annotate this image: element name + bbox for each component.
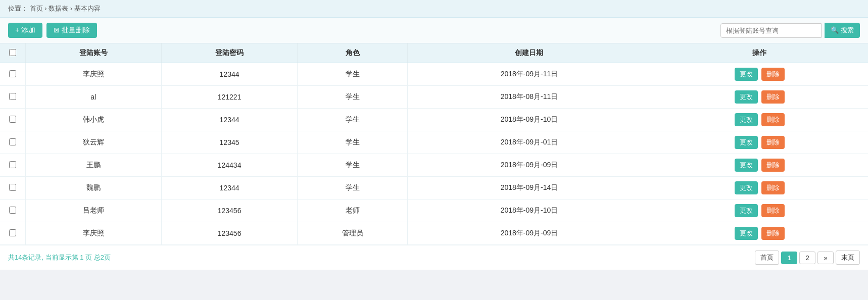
row-password: 12345 [161,131,297,154]
row-password: 12344 [161,63,297,86]
page-btn-4[interactable]: 末页 [836,251,860,265]
footer-info: 共14条记录, 当前显示第 1 页 总2页 [8,253,111,262]
row-checkbox-cell [0,109,25,131]
row-checkbox-5[interactable] [9,184,16,191]
edit-button-6[interactable]: 更改 [735,204,758,217]
delete-button-6[interactable]: 删除 [761,204,785,217]
row-account: 李庆照 [25,63,161,86]
row-account: 李庆照 [25,222,161,245]
table-container: 登陆账号 登陆密码 角色 创建日期 操作 李庆照 12344 学生 2018年-… [0,43,868,245]
row-actions: 更改 删除 [651,222,868,245]
row-checkbox-4[interactable] [9,161,16,168]
delete-button-4[interactable]: 删除 [761,159,785,172]
row-created: 2018年-09月-10日 [407,199,651,222]
breadcrumb: 位置： 首页 › 数据表 › 基本内容 [0,0,868,18]
row-checkbox-cell [0,177,25,199]
row-actions: 更改 删除 [651,177,868,199]
data-table: 登陆账号 登陆密码 角色 创建日期 操作 李庆照 12344 学生 2018年-… [0,43,868,245]
row-checkbox-6[interactable] [9,207,16,214]
row-account: 魏鹏 [25,177,161,199]
row-account: 韩小虎 [25,109,161,131]
pagination: 首页12»末页 [755,251,860,265]
edit-button-0[interactable]: 更改 [735,68,758,81]
breadcrumb-datatable[interactable]: 数据表 [49,5,68,12]
edit-button-5[interactable]: 更改 [735,181,758,194]
breadcrumb-current: 基本内容 [74,5,101,12]
row-checkbox-1[interactable] [9,93,16,100]
row-actions: 更改 删除 [651,199,868,222]
page-btn-0[interactable]: 首页 [755,251,779,265]
row-role: 老师 [298,199,408,222]
delete-button-7[interactable]: 删除 [761,227,785,240]
row-password: 123456 [161,222,297,245]
header-checkbox-cell [0,43,25,63]
row-created: 2018年-09月-14日 [407,177,651,199]
row-checkbox-cell [0,86,25,109]
row-checkbox-0[interactable] [9,70,16,77]
row-checkbox-cell [0,131,25,154]
row-password: 12344 [161,109,297,131]
delete-button-5[interactable]: 删除 [761,181,785,194]
row-checkbox-cell [0,199,25,222]
page-btn-1[interactable]: 1 [781,252,797,264]
row-created: 2018年-09月-01日 [407,131,651,154]
header-role: 角色 [298,43,408,63]
row-created: 2018年-09月-10日 [407,109,651,131]
delete-button-1[interactable]: 删除 [761,90,785,104]
add-button[interactable]: + 添加 [8,23,42,38]
row-actions: 更改 删除 [651,86,868,109]
row-checkbox-cell [0,154,25,177]
search-input[interactable] [720,23,822,38]
delete-button-0[interactable]: 删除 [761,68,785,81]
row-role: 学生 [298,86,408,109]
header-account: 登陆账号 [25,43,161,63]
edit-button-7[interactable]: 更改 [735,227,758,240]
edit-button-4[interactable]: 更改 [735,159,758,172]
row-actions: 更改 删除 [651,131,868,154]
row-role: 学生 [298,63,408,86]
search-button[interactable]: 🔍 搜索 [825,23,860,38]
breadcrumb-sep2: › [70,5,72,12]
row-role: 管理员 [298,222,408,245]
row-checkbox-7[interactable] [9,229,16,236]
header-created: 创建日期 [407,43,651,63]
row-checkbox-2[interactable] [9,116,16,123]
footer-bar: 共14条记录, 当前显示第 1 页 总2页 首页12»末页 [0,245,868,270]
row-account: 狄云辉 [25,131,161,154]
breadcrumb-sep1: › [44,5,46,12]
row-role: 学生 [298,131,408,154]
row-actions: 更改 删除 [651,63,868,86]
row-actions: 更改 删除 [651,154,868,177]
batch-delete-button[interactable]: ⊠ 批量删除 [46,23,97,38]
row-checkbox-cell [0,63,25,86]
page-btn-3[interactable]: » [817,252,834,264]
breadcrumb-home[interactable]: 首页 [30,5,43,12]
table-row: 王鹏 124434 学生 2018年-09月-09日 更改 删除 [0,154,868,177]
row-password: 124434 [161,154,297,177]
table-row: 魏鹏 12344 学生 2018年-09月-14日 更改 删除 [0,177,868,199]
page-btn-2[interactable]: 2 [799,252,815,264]
header-password: 登陆密码 [161,43,297,63]
row-checkbox-cell [0,222,25,245]
row-account: al [25,86,161,109]
row-role: 学生 [298,177,408,199]
delete-button-3[interactable]: 删除 [761,136,785,149]
edit-button-1[interactable]: 更改 [735,90,758,104]
row-created: 2018年-09月-09日 [407,154,651,177]
row-password: 12344 [161,177,297,199]
edit-button-2[interactable]: 更改 [735,113,758,126]
table-row: 李庆照 123456 管理员 2018年-09月-09日 更改 删除 [0,222,868,245]
header-actions: 操作 [651,43,868,63]
row-account: 王鹏 [25,154,161,177]
toolbar: + 添加 ⊠ 批量删除 🔍 搜索 [0,18,868,43]
table-row: 吕老师 123456 老师 2018年-09月-10日 更改 删除 [0,199,868,222]
table-header-row: 登陆账号 登陆密码 角色 创建日期 操作 [0,43,868,63]
row-password: 123456 [161,199,297,222]
table-row: 李庆照 12344 学生 2018年-09月-11日 更改 删除 [0,63,868,86]
edit-button-3[interactable]: 更改 [735,136,758,149]
select-all-checkbox[interactable] [9,49,16,56]
row-created: 2018年-09月-09日 [407,222,651,245]
row-checkbox-3[interactable] [9,138,16,145]
delete-button-2[interactable]: 删除 [761,113,785,126]
row-actions: 更改 删除 [651,109,868,131]
